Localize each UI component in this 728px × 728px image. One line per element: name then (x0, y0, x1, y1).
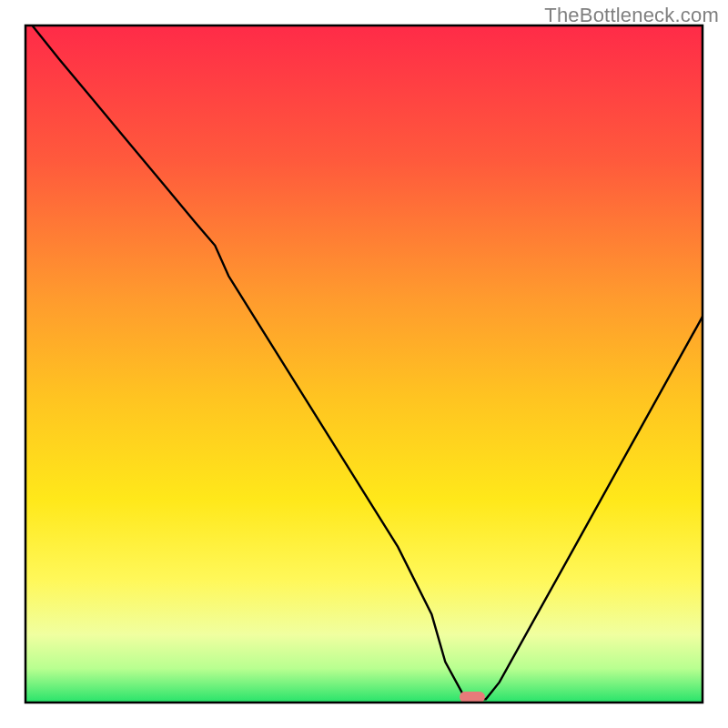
bottleneck-chart (0, 0, 728, 728)
chart-plot-area (25, 25, 703, 703)
chart-container: TheBottleneck.com (0, 0, 728, 728)
watermark-label: TheBottleneck.com (544, 4, 719, 27)
minimum-marker (460, 692, 485, 703)
